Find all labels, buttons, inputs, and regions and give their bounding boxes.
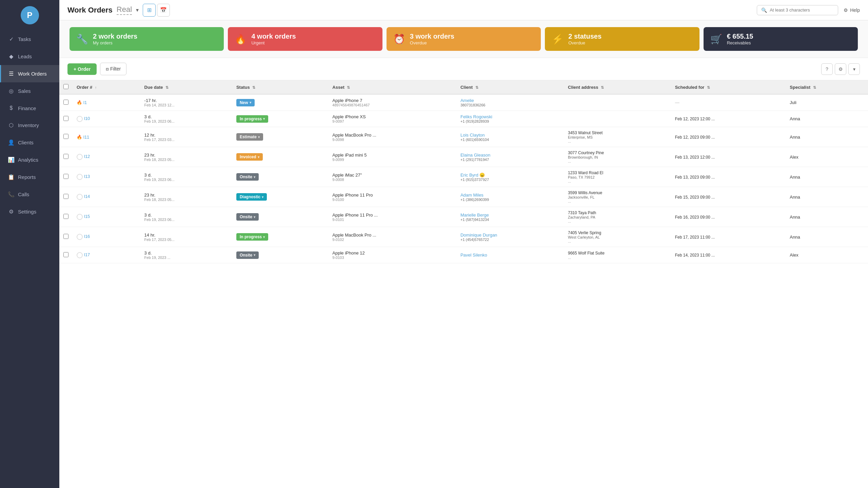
settings-icon-button[interactable]: ⚙ (835, 63, 846, 75)
address-cell-l15: 7310 Taya PathZacharyland, PA... (564, 207, 671, 227)
sidebar-item-inventory[interactable]: ⬡ Inventory (0, 117, 59, 134)
client-cell-l13: Eric Byrd 😠 +1 (915)3737927 (456, 167, 564, 187)
due-date-cell-l16: 14 hr. Feb 17, 2023 05... (140, 227, 232, 247)
sidebar-item-calls[interactable]: 📞 Calls (0, 186, 59, 203)
order-id-l11[interactable]: l11 (83, 135, 89, 140)
add-order-button[interactable]: + Order (67, 63, 97, 75)
order-id-l17[interactable]: l17 (84, 252, 90, 257)
order-id-l14[interactable]: l14 (84, 194, 90, 199)
due-sub-l12: Feb 18, 2023 05... (144, 158, 228, 162)
summary-card-overdue-time[interactable]: ⏰ 3 work orders Overdue (387, 27, 541, 51)
filter-button[interactable]: ⧈ Filter (100, 63, 126, 75)
sidebar-item-analytics[interactable]: 📊 Analytics (0, 151, 59, 168)
summary-card-urgent[interactable]: 🔥 4 work orders Urgent (228, 27, 382, 51)
summary-card-my-orders[interactable]: 🔧 2 work orders My orders (70, 27, 224, 51)
scheduled-cell-l10: Feb 12, 2023 12:00 ... (671, 111, 786, 127)
summary-card-receivables[interactable]: 🛒 € 655.15 Receivables (704, 27, 858, 51)
dropdown-icon[interactable]: ▾ (136, 7, 139, 13)
sidebar-item-reports[interactable]: 📋 Reports (0, 168, 59, 186)
scheduled-cell-l13: Feb 13, 2023 09:00 ... (671, 167, 786, 187)
asset-cell-l13: Apple iMac 27" 9-0008 (328, 167, 456, 187)
status-badge-l13[interactable]: Onsite ▾ (236, 173, 259, 181)
order-id-l16[interactable]: l16 (84, 234, 90, 239)
client-name-l12[interactable]: Elaina Gleason (460, 152, 560, 158)
order-id-l12[interactable]: l12 (84, 154, 90, 159)
status-badge-l1[interactable]: New ▾ (236, 99, 255, 106)
col-status[interactable]: Status ⇅ (232, 80, 328, 94)
order-id-l13[interactable]: l13 (84, 174, 90, 179)
col-client[interactable]: Client ⇅ (456, 80, 564, 94)
client-name-l16[interactable]: Dominique Durgan (460, 232, 560, 238)
help-button[interactable]: ⚙ Help (844, 7, 860, 13)
order-id-l15[interactable]: l15 (84, 214, 90, 219)
select-all-checkbox[interactable] (63, 84, 68, 89)
due-main-l12: 23 hr. (144, 152, 228, 158)
client-name-l13[interactable]: Eric Byrd 😠 (460, 172, 560, 178)
col-due-date[interactable]: Due date ⇅ (140, 80, 232, 94)
search-input[interactable] (770, 7, 834, 13)
status-cell-l14: Diagnostic ▾ (232, 187, 328, 207)
row-checkbox-l10[interactable] (63, 116, 68, 121)
specialist-cell-l10: Anna (786, 111, 868, 127)
row-checkbox-l13[interactable] (63, 174, 68, 179)
status-badge-l11[interactable]: Estimate ▾ (236, 133, 263, 141)
asset-id-l13: 9-0008 (332, 178, 452, 182)
sidebar-item-clients[interactable]: 👤 Clients (0, 134, 59, 151)
no-urgent (77, 154, 83, 160)
due-main-l11: 12 hr. (144, 133, 228, 138)
order-id-l1[interactable]: l1 (83, 100, 87, 105)
sort-icon-specialist: ⇅ (813, 85, 816, 89)
address-line2: Brownborough, IN (568, 155, 667, 159)
col-order[interactable]: Order # ↑ (73, 80, 140, 94)
status-chevron: ▾ (254, 215, 255, 219)
sidebar-item-settings[interactable]: ⚙ Settings (0, 203, 59, 220)
summary-card-overdue-status[interactable]: ⚡ 2 statuses Overdue (545, 27, 699, 51)
row-checkbox-l17[interactable] (63, 252, 68, 257)
sort-icon-asset: ⇅ (347, 85, 350, 89)
row-checkbox-l16[interactable] (63, 234, 68, 239)
view-grid-button[interactable]: ⊞ (143, 4, 156, 17)
due-main-l15: 3 d. (144, 212, 228, 218)
col-scheduled[interactable]: Scheduled for ⇅ (671, 80, 786, 94)
logo[interactable]: P (0, 0, 59, 30)
sidebar-item-tasks[interactable]: ✓ Tasks (0, 30, 59, 48)
row-checkbox-l1[interactable] (63, 100, 68, 105)
specialist-cell-l17: Alex (786, 247, 868, 263)
row-checkbox-l11[interactable] (63, 134, 68, 139)
client-name-l17[interactable]: Pavel Silenko (460, 252, 560, 258)
sidebar-item-work-orders[interactable]: ☰ Work Orders (0, 65, 59, 82)
sidebar-item-leads[interactable]: ◆ Leads (0, 48, 59, 65)
client-name-l14[interactable]: Adam Miles (460, 192, 560, 198)
sort-icon-status: ⇅ (252, 85, 255, 89)
row-checkbox-l14[interactable] (63, 194, 68, 199)
logo-circle: P (21, 6, 39, 24)
client-phone-l16: +1 (454)5765722 (460, 238, 560, 242)
sidebar-item-sales[interactable]: ◎ Sales (0, 82, 59, 100)
col-specialist[interactable]: Specialist ⇅ (786, 80, 868, 94)
client-name-l10[interactable]: Feliks Rogowski (460, 114, 560, 119)
col-address[interactable]: Client address ⇅ (564, 80, 671, 94)
help-icon-button[interactable]: ? (821, 63, 833, 75)
status-badge-l10[interactable]: In progress ▾ (236, 115, 268, 123)
status-badge-l17[interactable]: Onsite ▾ (236, 251, 259, 259)
order-id-l10[interactable]: l10 (84, 116, 90, 121)
status-badge-l15[interactable]: Onsite ▾ (236, 213, 259, 221)
client-cell-l11: Lois Clayton +1 (601)6590104 (456, 127, 564, 147)
client-name-l1[interactable]: Amelie (460, 98, 560, 103)
asset-cell-l14: Apple iPhone 11 Pro 9-0100 (328, 187, 456, 207)
row-checkbox-l12[interactable] (63, 154, 68, 159)
summary-icon-overdue-status: ⚡ (552, 34, 564, 45)
col-asset[interactable]: Asset ⇅ (328, 80, 456, 94)
address-line1: 9665 Wolf Flat Suite (568, 251, 667, 256)
row-checkbox-l15[interactable] (63, 214, 68, 219)
client-name-l15[interactable]: Marielle Berge (460, 212, 560, 218)
sidebar-item-finance[interactable]: $ Finance (0, 100, 59, 117)
expand-icon-button[interactable]: ▾ (848, 63, 860, 75)
row-select-cell (59, 147, 73, 167)
status-badge-l16[interactable]: In progress ▾ (236, 233, 268, 241)
view-calendar-button[interactable]: 📅 (157, 4, 170, 17)
status-badge-l14[interactable]: Diagnostic ▾ (236, 193, 267, 201)
client-name-l11[interactable]: Lois Clayton (460, 133, 560, 138)
scheduled-cell-l14: Feb 15, 2023 09:00 ... (671, 187, 786, 207)
status-badge-l12[interactable]: Invoiced ▾ (236, 153, 263, 161)
